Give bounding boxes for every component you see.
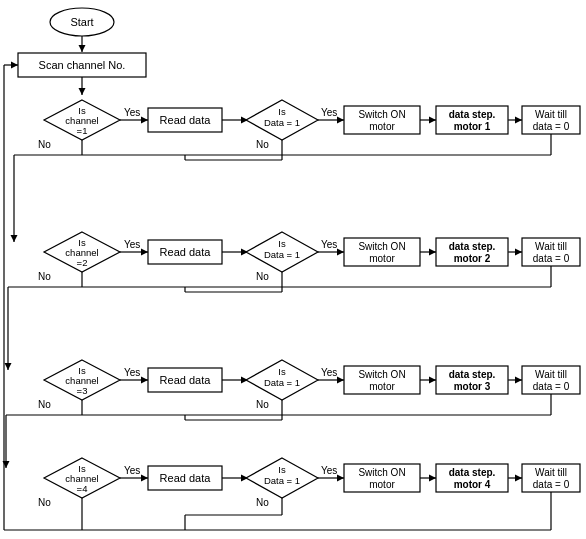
row1-datastep-line2: motor 1 <box>454 121 491 132</box>
row3-no2: No <box>256 399 269 410</box>
row1-wait-line1: Wait till <box>535 109 567 120</box>
flowchart: Start Scan channel No. Is channel =1 Yes… <box>0 0 586 539</box>
row4-datastep-line2: motor 4 <box>454 479 491 490</box>
row2-d1-line3: =2 <box>77 257 88 268</box>
row2-datastep-line1: data step. <box>449 241 496 252</box>
row2-yes2: Yes <box>321 239 337 250</box>
row3-wait-line1: Wait till <box>535 369 567 380</box>
row2-datastep-line2: motor 2 <box>454 253 491 264</box>
row3-switch-line2: motor <box>369 381 395 392</box>
row4-yes2: Yes <box>321 465 337 476</box>
row4-d2-line2: Data = 1 <box>264 475 300 486</box>
row1-d2-line1: Is <box>278 106 286 117</box>
row3-switch-line1: Switch ON <box>358 369 405 380</box>
row4-no1: No <box>38 497 51 508</box>
row3-datastep-line1: data step. <box>449 369 496 380</box>
row4-read: Read data <box>160 472 212 484</box>
row4-yes1: Yes <box>124 465 140 476</box>
row1-yes1: Yes <box>124 107 140 118</box>
row1-switch-line2: motor <box>369 121 395 132</box>
row1-wait-line2: data = 0 <box>533 121 570 132</box>
row2-d2-line2: Data = 1 <box>264 249 300 260</box>
row2-switch-line1: Switch ON <box>358 241 405 252</box>
row4-datastep-line1: data step. <box>449 467 496 478</box>
row3-read: Read data <box>160 374 212 386</box>
row4-d2-line1: Is <box>278 464 286 475</box>
row4-wait-line2: data = 0 <box>533 479 570 490</box>
row3-wait-line2: data = 0 <box>533 381 570 392</box>
row1-yes2: Yes <box>321 107 337 118</box>
row4-no2: No <box>256 497 269 508</box>
row1-switch-line1: Switch ON <box>358 109 405 120</box>
row2-no1: No <box>38 271 51 282</box>
row3-yes1: Yes <box>124 367 140 378</box>
row2-no2: No <box>256 271 269 282</box>
start-label: Start <box>70 16 93 28</box>
row1-read: Read data <box>160 114 212 126</box>
row3-d1-line3: =3 <box>77 385 88 396</box>
row2-d2-line1: Is <box>278 238 286 249</box>
row2-wait-line2: data = 0 <box>533 253 570 264</box>
row4-d1-line3: =4 <box>77 483 88 494</box>
scan-label: Scan channel No. <box>39 59 126 71</box>
row3-d2-line2: Data = 1 <box>264 377 300 388</box>
row1-no1: No <box>38 139 51 150</box>
row1-no2: No <box>256 139 269 150</box>
row3-datastep-line2: motor 3 <box>454 381 491 392</box>
row3-d2-line1: Is <box>278 366 286 377</box>
row1-datastep-line1: data step. <box>449 109 496 120</box>
row4-switch-line2: motor <box>369 479 395 490</box>
row2-wait-line1: Wait till <box>535 241 567 252</box>
row4-switch-line1: Switch ON <box>358 467 405 478</box>
row3-yes2: Yes <box>321 367 337 378</box>
row3-no1: No <box>38 399 51 410</box>
row2-yes1: Yes <box>124 239 140 250</box>
row1-d1-line3: =1 <box>77 125 88 136</box>
row4-wait-line1: Wait till <box>535 467 567 478</box>
row2-read: Read data <box>160 246 212 258</box>
row2-switch-line2: motor <box>369 253 395 264</box>
row1-d2-line2: Data = 1 <box>264 117 300 128</box>
